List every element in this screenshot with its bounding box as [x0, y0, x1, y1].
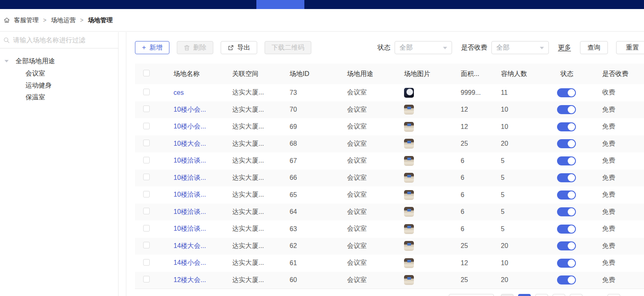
- row-checkbox[interactable]: [143, 191, 150, 197]
- toggle-knob: [568, 89, 575, 96]
- status-toggle[interactable]: [557, 122, 576, 131]
- tree-node-child[interactable]: 保温室: [0, 91, 118, 103]
- chevron-down-icon: [540, 47, 544, 49]
- venue-usage-cell: 会议室: [343, 106, 399, 114]
- venue-thumbnail[interactable]: [404, 88, 414, 98]
- venue-usage-cell: 会议室: [343, 174, 399, 182]
- reset-button[interactable]: 重置: [616, 41, 644, 54]
- venue-filter-input[interactable]: [13, 37, 115, 44]
- venue-thumbnail[interactable]: [404, 173, 414, 183]
- status-toggle[interactable]: [557, 225, 576, 234]
- table-row: ces 达实大厦... 73 会议室 9999... 11 收费: [135, 84, 644, 101]
- col-header-venue-usage: 场地用途: [343, 70, 399, 78]
- venue-thumbnail[interactable]: [404, 122, 414, 132]
- tree-node-all-usages[interactable]: 全部场地用途: [0, 55, 118, 67]
- export-button[interactable]: 导出: [221, 41, 257, 54]
- venue-thumbnail[interactable]: [404, 241, 414, 251]
- capacity-cell: 10: [497, 259, 556, 267]
- fee-filter-select[interactable]: 全部: [491, 41, 549, 54]
- venue-name-link[interactable]: 12楼大会...: [174, 276, 206, 283]
- page-number-button[interactable]: 1: [518, 294, 531, 296]
- row-checkbox[interactable]: [143, 242, 150, 248]
- row-checkbox[interactable]: [143, 225, 150, 232]
- row-checkbox[interactable]: [143, 157, 150, 163]
- venue-thumbnail[interactable]: [404, 275, 414, 285]
- venue-id-cell: 61: [285, 259, 343, 267]
- venue-name-link[interactable]: 10楼洽谈...: [174, 208, 206, 215]
- page-size-select[interactable]: [449, 294, 494, 296]
- status-toggle[interactable]: [557, 173, 576, 182]
- linked-space-cell: 达实大厦...: [228, 140, 285, 148]
- status-toggle[interactable]: [557, 190, 576, 200]
- capacity-cell: 5: [497, 174, 556, 181]
- venue-name-link[interactable]: 10楼洽谈...: [174, 174, 206, 181]
- venue-name-link[interactable]: 10楼洽谈...: [174, 191, 206, 198]
- next-page-button[interactable]: [607, 294, 620, 296]
- venue-name-link[interactable]: ces: [174, 89, 184, 96]
- linked-space-cell: 达实大厦...: [228, 225, 285, 233]
- toggle-knob: [568, 208, 575, 216]
- page-number-button[interactable]: 4: [570, 294, 582, 296]
- capacity-cell: 5: [497, 157, 556, 165]
- row-checkbox[interactable]: [143, 208, 150, 214]
- venue-thumbnail[interactable]: [404, 190, 414, 200]
- home-icon[interactable]: [3, 17, 14, 23]
- status-toggle[interactable]: [557, 275, 576, 285]
- venue-usage-tree: 全部场地用途 会议室运动健身保温室: [0, 48, 118, 103]
- linked-space-cell: 达实大厦...: [228, 259, 285, 267]
- row-checkbox[interactable]: [143, 123, 150, 129]
- status-toggle[interactable]: [557, 241, 576, 250]
- venue-thumbnail[interactable]: [404, 258, 414, 268]
- tree-node-child[interactable]: 会议室: [0, 67, 118, 79]
- venue-name-link[interactable]: 14楼小会...: [174, 259, 206, 266]
- breadcrumb-item-1[interactable]: 客服管理: [14, 16, 39, 24]
- query-button[interactable]: 查询: [580, 41, 608, 54]
- status-toggle[interactable]: [557, 207, 576, 216]
- area-cell: 6: [457, 174, 497, 181]
- table-header-row: 场地名称 关联空间 场地ID 场地用途 场地图片 面积... 容纳人数 状态 是…: [135, 64, 644, 84]
- status-toggle[interactable]: [557, 139, 576, 148]
- status-toggle[interactable]: [557, 88, 576, 97]
- page-number-button[interactable]: 2: [535, 294, 548, 296]
- fee-cell: 免费: [597, 106, 644, 114]
- table-row: 10楼洽谈... 达实大厦... 67 会议室 6 5 免费: [135, 152, 644, 170]
- venue-name-link[interactable]: 10楼洽谈...: [174, 157, 206, 164]
- row-checkbox[interactable]: [143, 140, 150, 146]
- venue-thumbnail[interactable]: [404, 139, 414, 149]
- venue-thumbnail[interactable]: [404, 207, 414, 217]
- venue-name-link[interactable]: 14楼大会...: [174, 242, 206, 249]
- venue-name-link[interactable]: 10楼小会...: [174, 106, 206, 113]
- download-qr-button[interactable]: 下载二维码: [265, 41, 311, 54]
- linked-space-cell: 达实大厦...: [228, 106, 285, 114]
- status-toggle[interactable]: [557, 259, 576, 268]
- status-filter-select[interactable]: 全部: [395, 41, 452, 54]
- row-checkbox[interactable]: [143, 106, 150, 112]
- select-all-checkbox[interactable]: [143, 70, 150, 76]
- venue-thumbnail[interactable]: [404, 105, 414, 115]
- status-toggle[interactable]: [557, 105, 576, 114]
- row-checkbox[interactable]: [143, 174, 150, 180]
- row-checkbox[interactable]: [143, 89, 150, 95]
- venue-name-link[interactable]: 10楼大会...: [174, 140, 206, 147]
- table-row: 12楼大会... 达实大厦... 60 会议室 25 20 免费: [135, 272, 644, 289]
- row-checkbox[interactable]: [143, 276, 150, 282]
- venue-name-link[interactable]: 10楼洽谈...: [174, 225, 206, 232]
- status-toggle[interactable]: [557, 156, 576, 165]
- page-number-button[interactable]: 3: [553, 294, 565, 296]
- caret-down-icon[interactable]: [5, 60, 9, 62]
- status-filter-label: 状态: [377, 44, 391, 52]
- add-button[interactable]: + 新增: [135, 41, 169, 54]
- row-checkbox[interactable]: [143, 259, 150, 266]
- venue-thumbnail[interactable]: [404, 224, 414, 234]
- venue-name-link[interactable]: 10楼小会...: [174, 123, 206, 130]
- linked-space-cell: 达实大厦...: [228, 156, 285, 165]
- delete-button[interactable]: 删除: [177, 41, 213, 54]
- breadcrumb-item-2[interactable]: 场地运营: [51, 16, 75, 24]
- prev-page-button[interactable]: [501, 294, 514, 296]
- filter-bar: 状态 全部 是否收费 全部 更多 查询 重置: [377, 41, 644, 54]
- top-nav-active-tab[interactable]: [256, 0, 304, 9]
- venue-thumbnail[interactable]: [404, 156, 414, 166]
- venue-usage-cell: 会议室: [343, 190, 399, 199]
- more-filters-link[interactable]: 更多: [558, 44, 571, 52]
- tree-node-child[interactable]: 运动健身: [0, 79, 118, 91]
